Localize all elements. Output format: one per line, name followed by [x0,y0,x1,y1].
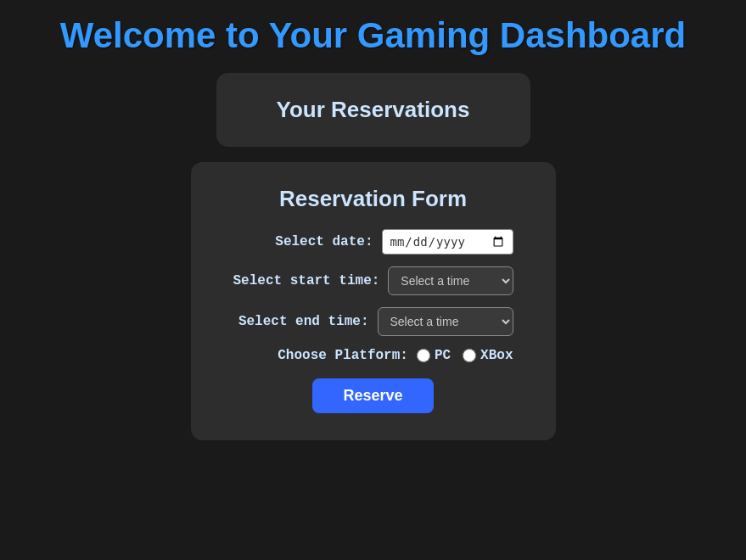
platform-xbox-option[interactable]: XBox [463,348,513,363]
form-title: Reservation Form [279,186,467,212]
page-title: Welcome to Your Gaming Dashboard [43,0,703,73]
end-time-row: Select end time: Select a time8:00 AM9:0… [233,307,513,336]
start-time-select[interactable]: Select a time8:00 AM9:00 AM10:00 AM11:00… [388,266,513,295]
platform-pc-label: PC [435,348,451,363]
reservations-title: Your Reservations [277,97,470,122]
start-time-label: Select start time: [233,273,380,288]
platform-row: Choose Platform: PC XBox [233,348,513,363]
platform-pc-radio[interactable] [417,349,430,362]
end-time-label: Select end time: [238,314,369,329]
start-time-row: Select start time: Select a time8:00 AM9… [233,266,513,295]
platform-radio-group: PC XBox [417,348,513,363]
reservation-form-card: Reservation Form Select date: Select sta… [191,162,556,440]
reservations-card: Your Reservations [216,73,530,147]
platform-label: Choose Platform: [278,348,408,363]
platform-xbox-label: XBox [480,348,513,363]
platform-pc-option[interactable]: PC [417,348,451,363]
platform-xbox-radio[interactable] [463,349,476,362]
date-input[interactable] [382,229,513,255]
date-label: Select date: [275,234,373,249]
reserve-button[interactable]: Reserve [312,378,433,413]
date-row: Select date: [233,229,513,255]
end-time-select[interactable]: Select a time8:00 AM9:00 AM10:00 AM11:00… [378,307,513,336]
